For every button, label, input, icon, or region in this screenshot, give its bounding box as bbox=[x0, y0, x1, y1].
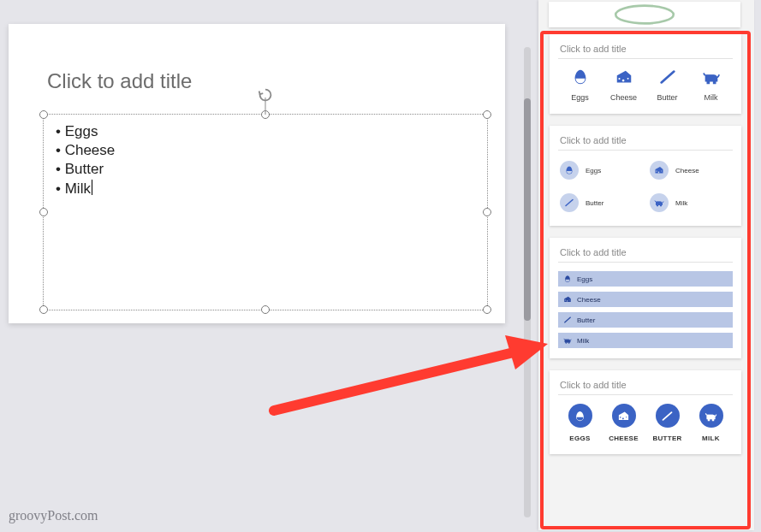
scrollbar-thumb[interactable] bbox=[524, 98, 531, 321]
cheese-icon bbox=[615, 68, 633, 86]
design-idea-thumb[interactable]: Click to add title Eggs Cheese Butter Mi… bbox=[550, 126, 741, 226]
cheese-icon bbox=[617, 410, 630, 423]
egg-icon bbox=[571, 68, 590, 86]
butter-icon bbox=[563, 316, 572, 324]
list-item: MILK bbox=[693, 404, 730, 442]
slide-content-box[interactable]: Eggs Cheese Butter • Milk bbox=[43, 114, 488, 310]
cow-icon bbox=[702, 68, 721, 86]
slide-canvas[interactable]: Click to add title Eggs Cheese Butter • … bbox=[9, 24, 505, 323]
cow-icon bbox=[705, 410, 717, 423]
card-title-placeholder: Click to add title bbox=[558, 41, 733, 59]
resize-handle-se[interactable] bbox=[483, 305, 491, 314]
list-item: Milk bbox=[558, 333, 733, 348]
list-item: Butter bbox=[558, 312, 733, 328]
butter-icon bbox=[661, 410, 674, 423]
resize-handle-w[interactable] bbox=[39, 208, 48, 216]
list-item: Butter bbox=[647, 68, 688, 102]
butter-icon bbox=[658, 68, 677, 86]
butter-icon bbox=[564, 198, 574, 208]
egg-icon bbox=[574, 410, 586, 423]
cheese-icon bbox=[654, 165, 664, 175]
bullet-item[interactable]: Butter bbox=[56, 161, 475, 178]
list-item: Eggs bbox=[560, 161, 641, 180]
list-item: Butter bbox=[560, 193, 641, 212]
cheese-icon bbox=[563, 295, 572, 304]
design-idea-thumb[interactable]: Click to add title Eggs Cheese Butter Mi… bbox=[550, 34, 741, 114]
resize-handle-ne[interactable] bbox=[483, 110, 491, 119]
design-ideas-panel: Click to add title Eggs Cheese Butter Mi… bbox=[538, 0, 754, 530]
bullet-item[interactable]: • Milk bbox=[56, 180, 475, 198]
resize-handle-nw[interactable] bbox=[39, 110, 48, 119]
list-item: BUTTER bbox=[649, 404, 687, 442]
cow-icon bbox=[654, 198, 664, 208]
list-item: Milk bbox=[650, 193, 731, 212]
design-idea-thumb[interactable] bbox=[549, 2, 740, 27]
svg-line-1 bbox=[274, 352, 514, 411]
watermark: groovyPost.com bbox=[9, 508, 98, 523]
list-item: Milk bbox=[691, 68, 732, 102]
list-item: Cheese bbox=[650, 161, 731, 180]
svg-point-0 bbox=[615, 6, 674, 24]
text-cursor bbox=[92, 180, 92, 195]
list-item: EGGS bbox=[562, 404, 599, 442]
list-item: Eggs bbox=[560, 68, 601, 102]
card-title-placeholder: Click to add title bbox=[558, 133, 733, 151]
resize-handle-s[interactable] bbox=[261, 305, 270, 314]
egg-icon bbox=[563, 275, 572, 283]
vertical-scrollbar[interactable] bbox=[524, 47, 531, 517]
resize-handle-sw[interactable] bbox=[39, 305, 48, 314]
design-idea-thumb[interactable]: Click to add title Eggs Cheese Butter Mi… bbox=[550, 238, 741, 358]
egg-icon bbox=[564, 165, 574, 175]
list-item: Eggs bbox=[558, 271, 733, 287]
list-item: Cheese bbox=[558, 292, 733, 307]
cow-icon bbox=[563, 336, 572, 345]
card-title-placeholder: Click to add title bbox=[558, 377, 733, 395]
bullet-item[interactable]: Cheese bbox=[56, 142, 475, 159]
rotate-handle[interactable] bbox=[256, 86, 275, 104]
card-title-placeholder: Click to add title bbox=[558, 245, 733, 263]
resize-handle-e[interactable] bbox=[483, 208, 491, 216]
annotation-arrow-icon bbox=[265, 334, 548, 419]
design-idea-thumb[interactable]: Click to add title EGGS CHEESE BUTTER MI… bbox=[550, 370, 741, 454]
list-item: Cheese bbox=[603, 68, 645, 102]
bullet-item[interactable]: Eggs bbox=[56, 123, 475, 140]
list-item: CHEESE bbox=[605, 404, 643, 442]
